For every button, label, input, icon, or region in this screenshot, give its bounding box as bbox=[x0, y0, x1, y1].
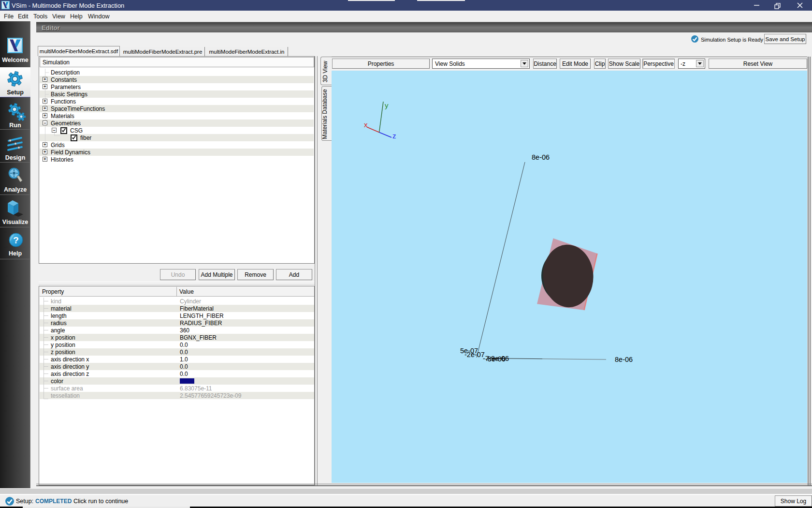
svg-text:-8e-06: -8e-06 bbox=[485, 355, 506, 363]
svg-text:8e-06: 8e-06 bbox=[615, 356, 633, 363]
svg-text:x: x bbox=[364, 120, 368, 129]
svg-text:8e-06: 8e-06 bbox=[532, 153, 550, 161]
svg-text:z: z bbox=[392, 132, 396, 140]
svg-text:-2e-07: -2e-07 bbox=[464, 351, 485, 359]
svg-text:?: ? bbox=[13, 235, 19, 245]
svg-text:y: y bbox=[385, 101, 389, 109]
